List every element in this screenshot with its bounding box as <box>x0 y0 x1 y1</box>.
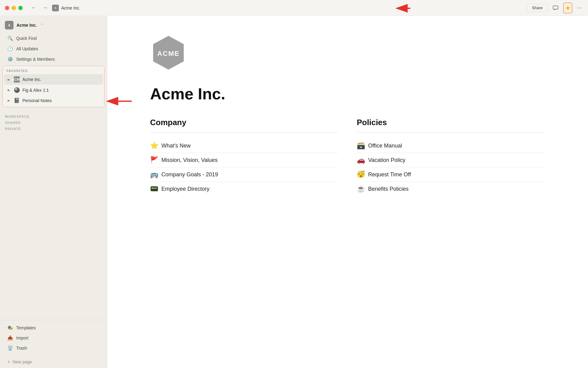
svg-rect-0 <box>553 6 558 9</box>
link-label: Vacation Policy <box>368 157 405 163</box>
link-whats-new[interactable]: ⭐ What's New <box>150 139 338 153</box>
coffee-emoji: ☕ <box>357 185 365 193</box>
sidebar-item-label: All Updates <box>16 46 38 51</box>
titlebar: ← → A Acme Inc. Share ★ ··· <box>0 0 588 16</box>
company-section: Company ⭐ What's New 🚩 Mission, Vision, … <box>150 118 338 196</box>
flag-emoji: 🚩 <box>150 156 158 164</box>
link-benefits-policies[interactable]: ☕ Benefits Policies <box>357 182 545 196</box>
new-page-button[interactable]: + New page <box>2 357 104 367</box>
link-label: Benefits Policies <box>368 186 409 192</box>
sidebar-item-trash[interactable]: 🗑️ Trash <box>2 343 104 353</box>
company-section-title: Company <box>150 118 338 132</box>
link-request-time-off[interactable]: 😴 Request Time Off <box>357 167 545 182</box>
nav-controls: ← → <box>29 3 50 12</box>
app-body: A Acme Inc. ⌃ 🔍 Quick Find 🕐 All Updates… <box>0 16 588 368</box>
main-content: ACME Acme Inc. Company ⭐ What's New 🚩 Mi… <box>107 16 588 368</box>
link-label: Company Goals - 2019 <box>161 171 218 178</box>
page-title: Acme Inc. <box>150 85 545 103</box>
traffic-lights <box>5 6 23 10</box>
maximize-button[interactable] <box>18 6 23 10</box>
new-page-label: New page <box>13 359 32 364</box>
workspace-name: Acme Inc. <box>17 23 37 28</box>
sidebar-item-label: Quick Find <box>16 36 37 41</box>
link-company-goals[interactable]: 🚌 Company Goals - 2019 <box>150 167 338 182</box>
star-emoji: ⭐ <box>150 142 158 150</box>
directory-emoji: 📟 <box>150 185 158 193</box>
private-section-label: PRIVATE <box>5 126 102 132</box>
sleep-emoji: 😴 <box>357 171 365 178</box>
link-label: Office Manual <box>368 143 402 149</box>
workspace-logo: A <box>5 21 13 29</box>
workspace-header[interactable]: A Acme Inc. ⌃ <box>0 18 107 33</box>
favorite-button[interactable]: ★ <box>563 2 572 13</box>
office-emoji: 🗃️ <box>357 142 365 150</box>
link-employee-directory[interactable]: 📟 Employee Directory <box>150 182 338 196</box>
sidebar-item-label: Import <box>16 335 28 340</box>
workspace-icon: A <box>52 5 59 11</box>
fav-item-label: Acme Inc. <box>22 77 41 82</box>
link-label: What's New <box>161 143 190 149</box>
sidebar-item-templates[interactable]: 🎭 Templates <box>2 323 104 333</box>
link-office-manual[interactable]: 🗃️ Office Manual <box>357 139 545 153</box>
sidebar-item-fig-alex[interactable]: ▶ 🎱 Fig & Alex 1:1 <box>4 85 103 95</box>
link-vacation-policy[interactable]: 🚗 Vacation Policy <box>357 153 545 167</box>
sidebar-item-quick-find[interactable]: 🔍 Quick Find <box>2 33 104 43</box>
sidebar-item-personal-notes[interactable]: ▶ 📓 Personal Notes <box>4 95 103 105</box>
link-label: Mission, Vision, Values <box>161 157 217 163</box>
notebook-icon: 📓 <box>14 98 20 103</box>
search-icon: 🔍 <box>7 36 13 41</box>
sidebar: A Acme Inc. ⌃ 🔍 Quick Find 🕐 All Updates… <box>0 16 107 368</box>
expand-arrow-icon: ▶ <box>8 78 11 81</box>
sidebar-item-all-updates[interactable]: 🕐 All Updates <box>2 44 104 54</box>
minimize-button[interactable] <box>12 6 16 10</box>
expand-arrow-icon: ▶ <box>8 88 11 92</box>
policies-section: Policies 🗃️ Office Manual 🚗 Vacation Pol… <box>357 118 545 196</box>
gear-icon: ⚙️ <box>7 56 13 62</box>
ball-icon: 🎱 <box>14 87 20 93</box>
acme-logo: ACME <box>150 34 187 71</box>
workspace-chevron-icon: ⌃ <box>40 23 43 27</box>
link-label: Employee Directory <box>161 186 209 192</box>
workspace-section-label: WORKSPACE <box>5 113 102 120</box>
expand-arrow-icon: ▶ <box>8 99 11 102</box>
sidebar-item-import[interactable]: 📥 Import <box>2 333 104 343</box>
sidebar-item-settings[interactable]: ⚙️ Settings & Members <box>2 54 104 64</box>
close-button[interactable] <box>5 6 9 10</box>
sidebar-item-label: Settings & Members <box>16 57 55 62</box>
content-grid: Company ⭐ What's New 🚩 Mission, Vision, … <box>150 118 545 196</box>
fav-item-label: Personal Notes <box>22 98 52 103</box>
svg-text:ACME: ACME <box>157 50 180 57</box>
clock-icon: 🕐 <box>7 46 13 52</box>
sidebar-bottom: 🎭 Templates 📥 Import 🗑️ Trash <box>0 320 107 356</box>
sidebar-item-acme-inc[interactable]: ▶ ACME Acme Inc. <box>4 74 103 85</box>
workspace-labels: WORKSPACE SHARED PRIVATE <box>0 109 107 133</box>
link-mission[interactable]: 🚩 Mission, Vision, Values <box>150 153 338 167</box>
templates-icon: 🎭 <box>7 325 13 331</box>
forward-button[interactable]: → <box>40 3 50 12</box>
sidebar-item-label: Templates <box>16 325 36 330</box>
policies-section-title: Policies <box>357 118 545 132</box>
breadcrumb: A Acme Inc. <box>52 5 80 11</box>
shared-section-label: SHARED <box>5 120 102 126</box>
more-options-button[interactable]: ··· <box>575 3 583 13</box>
acme-icon: ACME <box>14 76 20 82</box>
favorites-label: FAVORITES <box>3 67 104 74</box>
header-actions: Share ★ ··· <box>527 2 583 13</box>
bus-emoji: 🚌 <box>150 171 158 178</box>
favorites-section: FAVORITES ▶ ACME Acme Inc. ▶ 🎱 Fig & Ale… <box>2 66 104 107</box>
car-emoji: 🚗 <box>357 156 365 164</box>
trash-icon: 🗑️ <box>7 345 13 351</box>
comment-button[interactable] <box>551 3 560 13</box>
fav-item-label: Fig & Alex 1:1 <box>22 88 49 93</box>
plus-icon: + <box>7 359 10 365</box>
link-label: Request Time Off <box>368 171 411 178</box>
share-button[interactable]: Share <box>527 4 548 12</box>
sidebar-item-label: Trash <box>16 346 27 351</box>
import-icon: 📥 <box>7 335 13 341</box>
back-button[interactable]: ← <box>29 3 38 12</box>
breadcrumb-title: Acme Inc. <box>61 6 80 10</box>
